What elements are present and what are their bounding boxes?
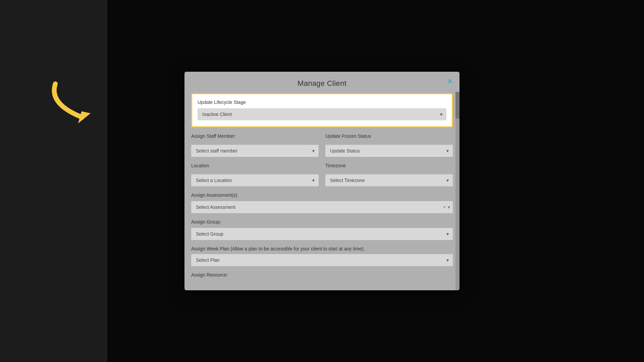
assessment-chevron-icon: ▾ bbox=[448, 204, 450, 210]
location-dropdown[interactable]: Select a Location bbox=[191, 174, 319, 186]
plan-section: Assign Week Plan (Allow a plan to be acc… bbox=[191, 246, 453, 266]
location-timezone-row: Location Select a Location Timezone Sele… bbox=[191, 163, 453, 186]
lifecycle-dropdown-wrapper: Inactive Client bbox=[198, 108, 446, 120]
modal-header: Manage Client ✕ bbox=[184, 72, 460, 93]
modal-title: Manage Client bbox=[298, 79, 346, 87]
timezone-dropdown-wrapper: Select Timezone bbox=[325, 174, 453, 186]
assessment-label: Assign Assessment(s) bbox=[191, 192, 453, 198]
location-label: Location bbox=[191, 163, 319, 168]
plan-dropdown-wrapper: Select Plan bbox=[191, 254, 453, 266]
assessment-actions: × ▾ bbox=[443, 204, 450, 210]
frozen-dropdown-wrapper: Update Status bbox=[325, 145, 453, 157]
assessment-section: Assign Assessment(s) Select Assessment ×… bbox=[191, 192, 453, 213]
group-dropdown[interactable]: Select Group bbox=[191, 228, 453, 240]
assessment-clear-button[interactable]: × bbox=[443, 204, 446, 210]
staff-frozen-row: Assign Staff Member: Select staff member… bbox=[191, 133, 453, 157]
group-label: Assign Group: bbox=[191, 219, 453, 225]
assessment-dropdown[interactable]: Select Assessment bbox=[191, 201, 453, 213]
sidebar-background bbox=[0, 0, 107, 362]
location-dropdown-wrapper: Select a Location bbox=[191, 174, 319, 186]
staff-label: Assign Staff Member: bbox=[191, 133, 319, 139]
frozen-label: Update Frozen Status bbox=[325, 133, 453, 139]
location-field-group: Location Select a Location bbox=[191, 163, 319, 186]
timezone-dropdown[interactable]: Select Timezone bbox=[325, 174, 453, 186]
scrollbar-track[interactable] bbox=[455, 92, 460, 290]
group-section: Assign Group: Select Group bbox=[191, 219, 453, 240]
modal-body: Update Lifecycle Stage Inactive Client A… bbox=[184, 93, 460, 290]
plan-dropdown[interactable]: Select Plan bbox=[191, 254, 453, 266]
group-dropdown-wrapper: Select Group bbox=[191, 228, 453, 240]
timezone-label: Timezone bbox=[325, 163, 453, 168]
assessment-placeholder: Select Assessment bbox=[196, 204, 235, 210]
timezone-field-group: Timezone Select Timezone bbox=[325, 163, 453, 186]
frozen-field-group: Update Frozen Status Update Status bbox=[325, 133, 453, 157]
lifecycle-stage-section: Update Lifecycle Stage Inactive Client bbox=[191, 93, 453, 127]
staff-field-group: Assign Staff Member: Select staff member bbox=[191, 133, 319, 157]
assessment-dropdown-wrapper: Select Assessment × ▾ bbox=[191, 201, 453, 213]
frozen-dropdown[interactable]: Update Status bbox=[325, 145, 453, 157]
resource-section: Assign Resource: bbox=[191, 272, 453, 278]
lifecycle-label: Update Lifecycle Stage bbox=[198, 100, 446, 105]
resource-label: Assign Resource: bbox=[191, 272, 453, 278]
staff-dropdown-wrapper: Select staff member bbox=[191, 145, 319, 157]
lifecycle-dropdown[interactable]: Inactive Client bbox=[198, 108, 446, 120]
close-button[interactable]: ✕ bbox=[445, 77, 454, 86]
staff-dropdown[interactable]: Select staff member bbox=[191, 145, 319, 157]
plan-label: Assign Week Plan (Allow a plan to be acc… bbox=[191, 246, 453, 251]
manage-client-modal: Manage Client ✕ Update Lifecycle Stage I… bbox=[184, 72, 460, 290]
scrollbar-thumb[interactable] bbox=[455, 92, 460, 119]
